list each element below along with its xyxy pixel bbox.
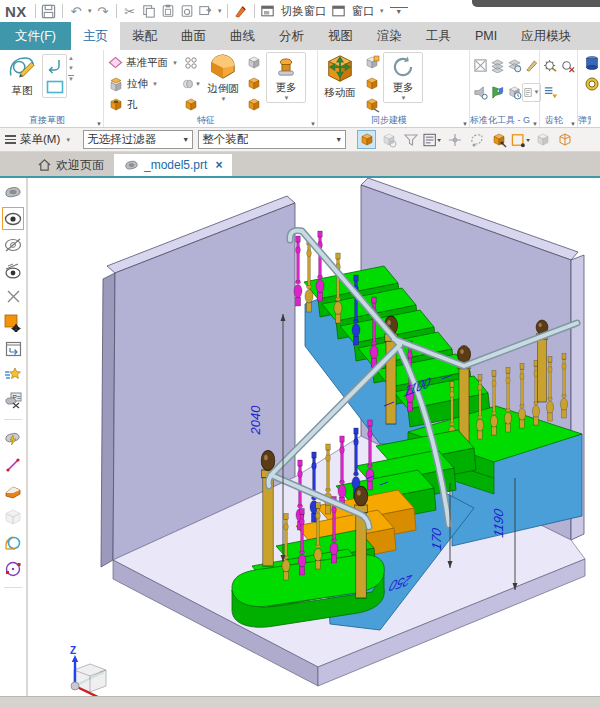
3d-model-scene[interactable]: 2040 1100 170 1190 250 Z xyxy=(28,178,598,696)
finish-sketch-icon[interactable] xyxy=(45,56,64,75)
move-object-icon[interactable] xyxy=(2,311,24,334)
edit-tool-icon[interactable] xyxy=(522,56,541,75)
group-dialog-icon[interactable]: ▼ xyxy=(96,121,102,127)
move-face-button[interactable]: 移动面 xyxy=(320,52,360,101)
copy-icon[interactable] xyxy=(140,2,158,20)
clock-cube-icon[interactable] xyxy=(505,83,524,102)
shaded-cube-icon[interactable] xyxy=(533,130,552,149)
cylinder-stack-icon[interactable] xyxy=(582,53,600,72)
tab-model5[interactable]: _model5.prt × xyxy=(114,154,232,176)
tab-welcome-page[interactable]: 欢迎页面 xyxy=(28,154,114,176)
paste-special-icon[interactable] xyxy=(178,2,196,20)
show-and-hide-icon[interactable] xyxy=(2,259,24,282)
gear-list-icon[interactable] xyxy=(541,83,560,102)
orientation-triad[interactable]: Z xyxy=(70,645,106,696)
tab-assembly[interactable]: 装配 xyxy=(120,22,169,50)
tab-home[interactable]: 主页 xyxy=(71,22,120,50)
gear-delete-icon[interactable] xyxy=(558,56,577,75)
unite-icon[interactable]: ▼ xyxy=(182,74,201,93)
window-icon[interactable] xyxy=(330,2,348,20)
tab-tools[interactable]: 工具 xyxy=(414,22,463,50)
menu-button[interactable]: 菜单(M) ▼ xyxy=(5,132,71,147)
tab-pmi[interactable]: PMI xyxy=(463,22,509,50)
close-icon[interactable] xyxy=(2,285,24,308)
extrude-button[interactable]: 拉伸▼ xyxy=(108,74,178,93)
group-sync-modeling: 移动面 更多 ▼ 同步建模 ▼ xyxy=(318,50,470,127)
redo-icon[interactable]: ↷ xyxy=(94,2,112,20)
lasso-icon[interactable] xyxy=(467,130,486,149)
tab-curve[interactable]: 曲线 xyxy=(218,22,267,50)
switch-window-label[interactable]: 切换窗口 xyxy=(281,4,327,19)
cut-icon[interactable]: ✂ xyxy=(121,2,139,20)
group-dialog-icon[interactable]: ▼ xyxy=(570,121,576,127)
sketch-button[interactable]: 草图 xyxy=(2,52,42,99)
hide-ic[interactable] xyxy=(2,233,24,256)
paste-icon[interactable] xyxy=(159,2,177,20)
window-label[interactable]: 窗口 xyxy=(352,4,375,19)
group-dialog-icon[interactable]: ▼ xyxy=(462,121,468,127)
edge-blend-icon xyxy=(208,53,238,81)
sketch-curve-icon[interactable] xyxy=(2,531,24,554)
touch-mode-icon[interactable] xyxy=(232,2,250,20)
ghost-part-icon[interactable] xyxy=(2,505,24,528)
window-dropdown-icon[interactable]: ▼ xyxy=(379,8,385,14)
show-icon[interactable] xyxy=(2,207,24,230)
assembly-part-icon[interactable] xyxy=(2,181,24,204)
save-icon[interactable] xyxy=(40,2,58,20)
export-window-icon[interactable] xyxy=(197,2,215,20)
wizard-star-icon[interactable] xyxy=(2,363,24,386)
shell-icon[interactable] xyxy=(182,95,201,114)
tab-view[interactable]: 视图 xyxy=(316,22,365,50)
edge-blend-button[interactable]: 边倒圆 ▼ xyxy=(203,52,243,103)
assembly-select-icon[interactable] xyxy=(379,130,398,149)
pull-face-icon[interactable] xyxy=(362,53,381,72)
cube-pin-icon[interactable] xyxy=(489,130,508,149)
trim-icon[interactable] xyxy=(245,95,264,114)
offset-region-icon[interactable] xyxy=(362,74,381,93)
group-dialog-icon[interactable]: ▼ xyxy=(532,121,538,127)
tab-render[interactable]: 渲染 xyxy=(365,22,414,50)
tab-application[interactable]: 应用模块 xyxy=(509,22,583,50)
filter-list-icon[interactable] xyxy=(423,130,442,149)
selection-scope-combo[interactable]: 整个装配 ▼ xyxy=(198,130,346,149)
dimension-170[interactable]: 170 xyxy=(429,526,444,552)
tab-file[interactable]: 文件(F) xyxy=(0,22,71,50)
switch-window-icon[interactable] xyxy=(259,2,277,20)
draft-icon[interactable] xyxy=(245,74,264,93)
close-tab-icon[interactable]: × xyxy=(215,158,222,172)
region-select-icon[interactable] xyxy=(511,130,530,149)
circle-points-icon[interactable] xyxy=(2,557,24,580)
sync-more-button[interactable]: 更多 ▼ xyxy=(383,52,423,103)
export-dropdown-icon[interactable]: ▼ xyxy=(217,8,223,14)
sketch-gallery-arrows[interactable]: ▲▼▼ xyxy=(67,52,75,85)
snap-point-icon[interactable] xyxy=(445,130,464,149)
feature-more-button[interactable]: 更多 ▼ xyxy=(266,52,306,103)
wireframe-cube-icon[interactable] xyxy=(555,130,574,149)
part-properties-icon[interactable]: P= xyxy=(2,389,24,412)
graphics-window[interactable]: 2040 1100 170 1190 250 Z xyxy=(28,178,600,696)
group-dialog-icon[interactable]: ▼ xyxy=(310,121,316,127)
tab-analysis[interactable]: 分析 xyxy=(267,22,316,50)
line-icon[interactable] xyxy=(2,453,24,476)
datum-plane-button[interactable]: 基准平面▼ xyxy=(108,53,178,72)
hole-button[interactable]: 孔 xyxy=(108,95,178,114)
undo-icon[interactable]: ↶ xyxy=(67,2,85,20)
solid-wedge-icon[interactable] xyxy=(2,479,24,502)
tab-surface[interactable]: 曲面 xyxy=(169,22,218,50)
dimension-2040[interactable]: 2040 xyxy=(248,405,263,436)
minimize-ribbon-icon[interactable]: ▼ xyxy=(390,7,408,15)
window-expand-icon[interactable] xyxy=(2,337,24,360)
std-dialog-icon[interactable]: ▼ xyxy=(522,83,541,102)
selection-filter-combo[interactable]: 无选择过滤器 ▼ xyxy=(83,130,193,149)
rectangle-sketch-icon[interactable] xyxy=(45,77,64,96)
filter-icon[interactable] xyxy=(401,130,420,149)
dimension-1190[interactable]: 1190 xyxy=(491,507,506,539)
group-direct-sketch: 草图 ▲▼▼ 直接草图 ▼ xyxy=(0,50,104,127)
solid-select-icon[interactable] xyxy=(357,130,376,149)
part-flash-icon[interactable] xyxy=(2,427,24,450)
spring-coil-icon[interactable] xyxy=(582,74,600,93)
chamfer-icon[interactable] xyxy=(245,53,264,72)
undo-dropdown-icon[interactable]: ▼ xyxy=(87,8,93,14)
pattern-feature-icon[interactable] xyxy=(182,53,201,72)
replace-face-icon[interactable] xyxy=(362,95,381,114)
